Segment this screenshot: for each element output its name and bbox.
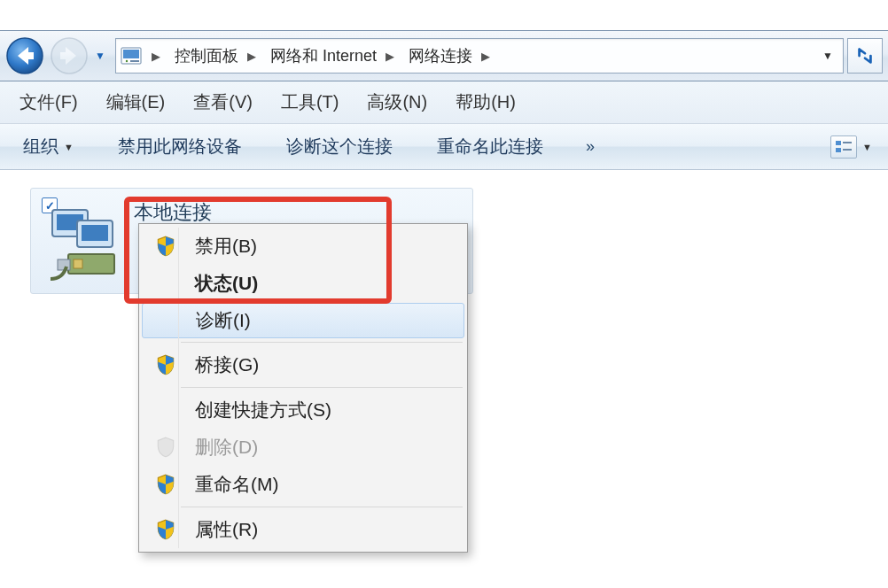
menu-help[interactable]: 帮助(H) bbox=[452, 89, 519, 116]
menu-bar: 文件(F) 编辑(E) 查看(V) 工具(T) 高级(N) 帮助(H) bbox=[0, 81, 888, 124]
separator bbox=[181, 342, 463, 343]
menu-view[interactable]: 查看(V) bbox=[190, 89, 256, 116]
menu-tools[interactable]: 工具(T) bbox=[277, 89, 343, 116]
svg-rect-3 bbox=[123, 50, 139, 58]
shield-icon bbox=[154, 353, 177, 376]
shield-icon bbox=[154, 235, 177, 258]
cmd-overflow[interactable]: » bbox=[580, 137, 602, 156]
svg-rect-7 bbox=[836, 148, 841, 152]
shield-icon bbox=[154, 436, 177, 459]
cmd-organize[interactable]: 组织 ▼ bbox=[16, 131, 81, 162]
nav-back-button[interactable] bbox=[5, 36, 44, 75]
shield-icon bbox=[154, 518, 177, 541]
cmd-disable-device[interactable]: 禁用此网络设备 bbox=[111, 131, 249, 162]
ctx-shortcut-label: 创建快捷方式(S) bbox=[186, 398, 331, 422]
ctx-status-label: 状态(U) bbox=[186, 271, 258, 296]
nav-bar: ▼ ▶ 控制面板▶ 网络和 Internet▶ 网络连接▶ ▼ bbox=[0, 30, 888, 81]
refresh-button[interactable] bbox=[847, 38, 883, 74]
ctx-properties-label: 属性(R) bbox=[186, 517, 258, 542]
ctx-delete: 删除(D) bbox=[142, 429, 464, 466]
svg-rect-16 bbox=[58, 259, 70, 270]
chevron-right-icon: ▶ bbox=[478, 50, 494, 63]
ctx-disable-label: 禁用(B) bbox=[186, 234, 257, 259]
ctx-diagnose-label: 诊断(I) bbox=[187, 308, 251, 333]
location-icon bbox=[120, 44, 143, 67]
separator bbox=[181, 387, 463, 388]
svg-point-4 bbox=[126, 60, 128, 62]
cmd-diagnose[interactable]: 诊断这个连接 bbox=[279, 131, 400, 162]
menu-advanced[interactable]: 高级(N) bbox=[363, 89, 431, 116]
menu-file[interactable]: 文件(F) bbox=[16, 89, 82, 116]
shield-icon bbox=[154, 473, 177, 496]
command-bar: 组织 ▼ 禁用此网络设备 诊断这个连接 重命名此连接 » ▼ bbox=[0, 124, 888, 170]
cmd-disable-device-label: 禁用此网络设备 bbox=[118, 135, 242, 159]
chevron-down-icon: ▼ bbox=[64, 142, 74, 152]
connection-icon: ✓ bbox=[40, 196, 129, 284]
ctx-properties[interactable]: 属性(R) bbox=[142, 511, 464, 548]
address-dropdown[interactable]: ▼ bbox=[816, 50, 839, 62]
svg-rect-8 bbox=[843, 142, 852, 143]
chevron-right-icon: ▶ bbox=[244, 50, 260, 63]
separator bbox=[181, 507, 463, 507]
address-bar[interactable]: ▶ 控制面板▶ 网络和 Internet▶ 网络连接▶ ▼ bbox=[115, 38, 844, 74]
svg-rect-9 bbox=[843, 149, 852, 151]
nav-history-dropdown[interactable]: ▼ bbox=[92, 45, 108, 66]
menu-edit[interactable]: 编辑(E) bbox=[103, 89, 169, 116]
chevron-right-icon: ▶ bbox=[148, 50, 164, 63]
svg-rect-15 bbox=[74, 259, 82, 268]
ctx-rename-label: 重命名(M) bbox=[186, 472, 278, 497]
connection-name: 本地连接 bbox=[134, 199, 212, 226]
context-menu: 禁用(B) 状态(U) 诊断(I) 桥接(G) bbox=[138, 223, 468, 553]
breadcrumb-network-internet[interactable]: 网络和 Internet bbox=[265, 43, 382, 68]
ctx-disable[interactable]: 禁用(B) bbox=[142, 228, 464, 265]
svg-rect-13 bbox=[82, 225, 108, 241]
ctx-delete-label: 删除(D) bbox=[186, 435, 258, 460]
cmd-rename-label: 重命名此连接 bbox=[437, 135, 543, 159]
svg-rect-6 bbox=[836, 141, 841, 145]
ctx-status[interactable]: 状态(U) bbox=[142, 265, 464, 302]
ctx-bridge-label: 桥接(G) bbox=[186, 352, 259, 377]
chevron-down-icon[interactable]: ▼ bbox=[862, 142, 872, 152]
ctx-diagnose[interactable]: 诊断(I) bbox=[142, 303, 464, 338]
ctx-bridge[interactable]: 桥接(G) bbox=[142, 346, 464, 383]
view-options-button[interactable] bbox=[830, 135, 857, 159]
cmd-diagnose-label: 诊断这个连接 bbox=[286, 135, 393, 159]
content-area: ✓ 本地连接 bbox=[0, 170, 888, 588]
svg-rect-5 bbox=[130, 60, 139, 62]
cmd-rename[interactable]: 重命名此连接 bbox=[430, 131, 550, 162]
breadcrumb-network-connections[interactable]: 网络连接 bbox=[403, 43, 478, 68]
cmd-organize-label: 组织 bbox=[23, 135, 58, 159]
chevron-right-icon: ▶ bbox=[382, 50, 398, 63]
breadcrumb-control-panel[interactable]: 控制面板 bbox=[169, 43, 244, 68]
ctx-rename[interactable]: 重命名(M) bbox=[142, 466, 464, 503]
nav-forward-button[interactable] bbox=[50, 36, 89, 75]
ctx-shortcut[interactable]: 创建快捷方式(S) bbox=[142, 391, 464, 429]
